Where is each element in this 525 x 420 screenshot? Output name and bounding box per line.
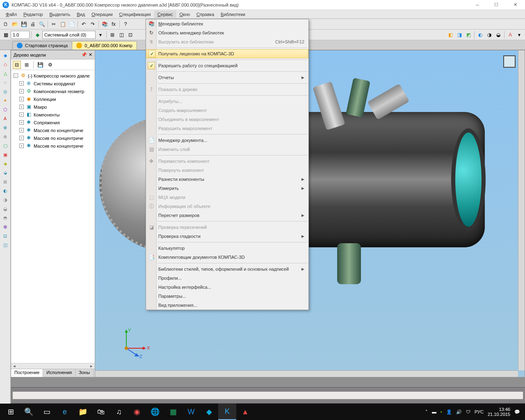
menu-item[interactable]: Отчеты▶ <box>146 73 308 82</box>
tree-save-icon[interactable]: 💾 <box>36 61 44 69</box>
menu-item[interactable]: 📚Менеджер библиотек <box>146 19 308 28</box>
menu-item[interactable]: ✓Разрешить работу со спецификацией <box>146 61 308 70</box>
h-scrollbar[interactable] <box>95 370 518 377</box>
tree-mode1-icon[interactable]: ⊟ <box>13 61 21 69</box>
panel-splitter[interactable] <box>11 377 525 387</box>
help-icon[interactable]: ? <box>121 20 130 28</box>
itunes-icon[interactable]: ♫ <box>110 404 128 420</box>
menu-item[interactable]: Настройка интерфейса... <box>146 283 308 292</box>
edge-icon[interactable]: e <box>56 404 74 420</box>
print-icon[interactable]: 🖨 <box>29 20 37 28</box>
palette-btn[interactable]: ◇ <box>2 61 9 68</box>
menu-item[interactable]: 📑Комплектовщик документов КОМПАС-3D <box>146 253 308 262</box>
palette-btn[interactable]: ◈ <box>2 160 9 167</box>
tray-gpu-icon[interactable]: ▪ <box>441 409 442 414</box>
menu-библиотеки[interactable]: Библиотеки <box>217 11 249 18</box>
menu-выделить[interactable]: Выделить <box>46 11 73 18</box>
tree-item[interactable]: +⊕Системы координат <box>14 80 95 87</box>
menu-редактор[interactable]: Редактор <box>20 11 46 18</box>
taskview-icon[interactable]: ▭ <box>38 404 56 420</box>
copy-icon[interactable]: 📋 <box>59 20 67 28</box>
maximize-button[interactable]: ☐ <box>491 1 502 9</box>
menu-item[interactable]: Пересчет размеров▶ <box>146 211 308 220</box>
pin-icon[interactable]: 📌 <box>81 52 87 57</box>
menu-окно[interactable]: Окно <box>176 11 194 18</box>
render3-icon[interactable]: ◒ <box>494 31 502 39</box>
tray-up-icon[interactable]: ˄ <box>425 409 428 415</box>
minimize-button[interactable]: ─ <box>472 1 483 9</box>
render1-icon[interactable]: ◐ <box>476 31 484 39</box>
preview-icon[interactable]: 🔍 <box>38 20 46 28</box>
grid-icon[interactable]: ▦ <box>2 31 10 39</box>
tray-flag-icon[interactable]: ▬ <box>432 409 436 414</box>
start-button[interactable]: ⊞ <box>2 404 20 420</box>
menu-item[interactable]: Измерить▶ <box>146 184 308 193</box>
tray-lang[interactable]: РУС <box>475 409 484 414</box>
cube3-icon[interactable]: ◩ <box>464 31 472 39</box>
palette-btn[interactable]: ⬢ <box>2 223 9 231</box>
timeline-track[interactable] <box>12 391 523 399</box>
app-icon[interactable]: ◉ <box>128 404 146 420</box>
tree-mode2-icon[interactable]: ⊞ <box>23 61 31 69</box>
scroll-left-icon[interactable]: ◂ <box>11 363 18 369</box>
tree-item[interactable]: +◧Компоненты <box>14 111 95 119</box>
tray-notif-icon[interactable]: 💬 <box>514 409 520 415</box>
menu-вид[interactable]: Вид <box>73 11 88 18</box>
tray-net-icon[interactable]: 👤 <box>446 409 452 415</box>
palette-btn[interactable]: ⊡ <box>2 232 9 240</box>
render2-icon[interactable]: ◑ <box>485 31 493 39</box>
palette-btn[interactable]: ◑ <box>2 196 9 203</box>
palette-btn[interactable]: ◫ <box>2 241 9 249</box>
tree-footer-tab[interactable]: Зоны <box>75 369 94 377</box>
menu-item[interactable]: 📄Менеджер документа... <box>146 136 308 145</box>
menu-операции[interactable]: Операции <box>88 11 116 18</box>
palette-btn[interactable]: ⬡ <box>2 106 9 113</box>
tree-item[interactable]: +✱Массив по концентриче <box>14 142 95 150</box>
search-icon[interactable]: 🔍 <box>20 404 38 420</box>
vars-icon[interactable]: fx <box>110 20 118 28</box>
layer-icon[interactable]: ◆ <box>33 31 41 39</box>
chrome-icon[interactable]: 🌐 <box>146 404 164 420</box>
palette-btn[interactable]: ◎ <box>2 88 9 95</box>
tray-clock[interactable]: 13:4621.10.2015 <box>488 407 510 417</box>
palette-btn[interactable]: ⬙ <box>2 169 9 176</box>
palette-btn[interactable]: ◐ <box>2 187 9 194</box>
tree-item[interactable]: +✱Сопряжения <box>14 119 95 126</box>
tree-item[interactable]: +⚙Компоновочная геометр <box>14 87 95 95</box>
palette-btn[interactable]: △ <box>2 70 9 77</box>
layer-select[interactable] <box>42 31 96 39</box>
store-icon[interactable]: 🛍 <box>92 404 110 420</box>
tree-item[interactable]: +✱Массив по концентриче <box>14 134 95 142</box>
tree-item[interactable]: +◉Коллекции <box>14 95 95 103</box>
toolbar-menu-icon[interactable]: ▾ <box>515 31 523 39</box>
dropdown-icon[interactable]: ▾ <box>96 31 105 39</box>
tree-item[interactable]: +✱Массив по концентриче <box>14 126 95 134</box>
lib-icon[interactable]: 📚 <box>100 20 109 28</box>
tree-root[interactable]: −⚙ (-) Компрессор низкого давле <box>14 72 95 80</box>
tool-a-icon[interactable]: ⊞ <box>108 31 116 39</box>
tray-shield-icon[interactable]: 🛡 <box>466 409 470 414</box>
doc-tab[interactable]: Стартовая страница <box>12 41 72 50</box>
cube2-icon[interactable]: ◨ <box>455 31 463 39</box>
menu-item[interactable]: ✓Получить лицензию на КОМПАС-3D <box>146 49 308 58</box>
tree-item[interactable]: +▣Макро <box>14 103 95 111</box>
scroll-right-icon[interactable]: ▸ <box>88 363 95 369</box>
menu-item[interactable]: ↻Обновить менеджер библиотек <box>146 28 308 37</box>
new-icon[interactable]: 🗋 <box>2 20 10 28</box>
menu-item[interactable]: Библиотеки стилей, типов, оформлений и о… <box>146 265 308 274</box>
close-button[interactable]: ✕ <box>509 1 521 9</box>
menu-файл[interactable]: Файл <box>2 11 20 18</box>
excel-icon[interactable]: ▦ <box>164 404 182 420</box>
tool-b-icon[interactable]: ◫ <box>117 31 126 39</box>
palette-btn[interactable]: ○ <box>2 79 9 86</box>
tree-footer-tab[interactable]: Построение <box>11 369 43 377</box>
palette-btn[interactable]: ◆ <box>2 52 9 59</box>
redo-icon[interactable]: ↷ <box>89 20 97 28</box>
menu-сервис[interactable]: Сервис <box>154 11 176 18</box>
palette-btn[interactable]: ▣ <box>2 151 9 158</box>
tree-cfg-icon[interactable]: ⚙ <box>46 61 54 69</box>
v-scrollbar[interactable] <box>518 50 525 370</box>
tool-c-icon[interactable]: ⊡ <box>126 31 135 39</box>
menu-справка[interactable]: Справка <box>193 11 217 18</box>
tray-vol-icon[interactable]: 🔊 <box>456 409 462 415</box>
